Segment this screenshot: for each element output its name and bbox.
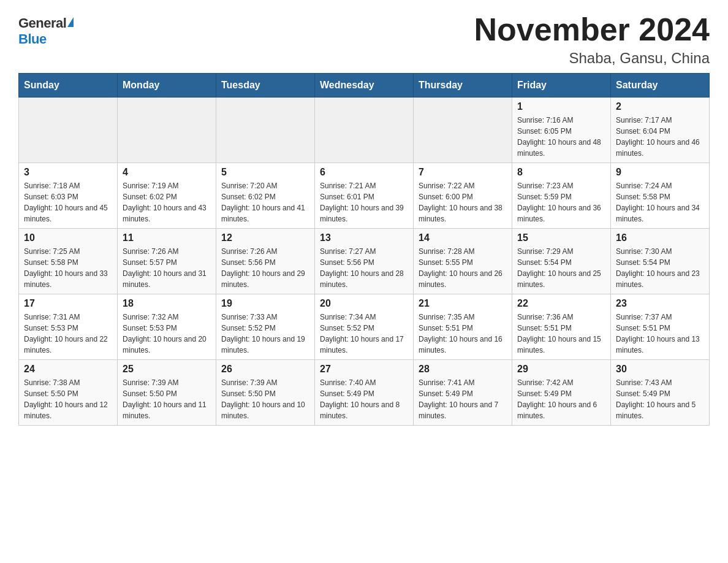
day-number: 6 <box>320 167 408 178</box>
calendar-cell <box>315 98 414 163</box>
calendar-week-4: 17Sunrise: 7:31 AMSunset: 5:53 PMDayligh… <box>19 294 710 360</box>
calendar-cell: 3Sunrise: 7:18 AMSunset: 6:03 PMDaylight… <box>19 163 118 229</box>
day-info: Sunrise: 7:25 AMSunset: 5:58 PMDaylight:… <box>24 246 112 290</box>
weekday-header-monday: Monday <box>118 74 216 98</box>
calendar-cell: 24Sunrise: 7:38 AMSunset: 5:50 PMDayligh… <box>19 360 118 426</box>
day-number: 1 <box>517 101 605 112</box>
day-number: 22 <box>517 298 605 309</box>
calendar-cell: 23Sunrise: 7:37 AMSunset: 5:51 PMDayligh… <box>611 294 710 360</box>
calendar-header: SundayMondayTuesdayWednesdayThursdayFrid… <box>19 74 710 98</box>
day-number: 23 <box>616 298 704 309</box>
day-number: 18 <box>123 298 211 309</box>
calendar-cell: 7Sunrise: 7:22 AMSunset: 6:00 PMDaylight… <box>414 163 512 229</box>
calendar-cell: 22Sunrise: 7:36 AMSunset: 5:51 PMDayligh… <box>512 294 611 360</box>
calendar-cell: 16Sunrise: 7:30 AMSunset: 5:54 PMDayligh… <box>611 229 710 294</box>
calendar-cell: 20Sunrise: 7:34 AMSunset: 5:52 PMDayligh… <box>315 294 414 360</box>
calendar-cell: 15Sunrise: 7:29 AMSunset: 5:54 PMDayligh… <box>512 229 611 294</box>
day-number: 26 <box>221 364 309 375</box>
day-info: Sunrise: 7:29 AMSunset: 5:54 PMDaylight:… <box>517 246 605 290</box>
calendar-cell: 27Sunrise: 7:40 AMSunset: 5:49 PMDayligh… <box>315 360 414 426</box>
day-info: Sunrise: 7:43 AMSunset: 5:49 PMDaylight:… <box>616 377 704 421</box>
calendar-cell: 19Sunrise: 7:33 AMSunset: 5:52 PMDayligh… <box>216 294 315 360</box>
calendar-cell: 17Sunrise: 7:31 AMSunset: 5:53 PMDayligh… <box>19 294 118 360</box>
calendar-cell: 2Sunrise: 7:17 AMSunset: 6:04 PMDaylight… <box>611 98 710 163</box>
day-number: 17 <box>24 298 112 309</box>
day-info: Sunrise: 7:37 AMSunset: 5:51 PMDaylight:… <box>616 312 704 356</box>
day-number: 19 <box>221 298 309 309</box>
calendar-cell <box>216 98 315 163</box>
weekday-header-friday: Friday <box>512 74 611 98</box>
calendar-cell: 13Sunrise: 7:27 AMSunset: 5:56 PMDayligh… <box>315 229 414 294</box>
day-info: Sunrise: 7:30 AMSunset: 5:54 PMDaylight:… <box>616 246 704 290</box>
day-info: Sunrise: 7:20 AMSunset: 6:02 PMDaylight:… <box>221 180 309 224</box>
calendar-cell: 12Sunrise: 7:26 AMSunset: 5:56 PMDayligh… <box>216 229 315 294</box>
calendar-cell: 14Sunrise: 7:28 AMSunset: 5:55 PMDayligh… <box>414 229 512 294</box>
calendar-cell: 25Sunrise: 7:39 AMSunset: 5:50 PMDayligh… <box>118 360 216 426</box>
day-number: 21 <box>419 298 507 309</box>
title-block: November 2024 Shaba, Gansu, China <box>474 12 710 67</box>
day-info: Sunrise: 7:34 AMSunset: 5:52 PMDaylight:… <box>320 312 408 356</box>
day-info: Sunrise: 7:27 AMSunset: 5:56 PMDaylight:… <box>320 246 408 290</box>
day-number: 20 <box>320 298 408 309</box>
calendar-cell: 26Sunrise: 7:39 AMSunset: 5:50 PMDayligh… <box>216 360 315 426</box>
day-number: 8 <box>517 167 605 178</box>
calendar-cell <box>118 98 216 163</box>
day-info: Sunrise: 7:38 AMSunset: 5:50 PMDaylight:… <box>24 377 112 421</box>
day-number: 12 <box>221 232 309 243</box>
day-info: Sunrise: 7:22 AMSunset: 6:00 PMDaylight:… <box>419 180 507 224</box>
calendar-cell <box>19 98 118 163</box>
weekday-header-row: SundayMondayTuesdayWednesdayThursdayFrid… <box>19 74 710 98</box>
calendar-week-2: 3Sunrise: 7:18 AMSunset: 6:03 PMDaylight… <box>19 163 710 229</box>
day-number: 7 <box>419 167 507 178</box>
calendar-cell: 5Sunrise: 7:20 AMSunset: 6:02 PMDaylight… <box>216 163 315 229</box>
day-info: Sunrise: 7:17 AMSunset: 6:04 PMDaylight:… <box>616 115 704 159</box>
page-header: General Blue November 2024 Shaba, Gansu,… <box>18 12 710 67</box>
day-info: Sunrise: 7:23 AMSunset: 5:59 PMDaylight:… <box>517 180 605 224</box>
calendar-cell: 10Sunrise: 7:25 AMSunset: 5:58 PMDayligh… <box>19 229 118 294</box>
calendar-body: 1Sunrise: 7:16 AMSunset: 6:05 PMDaylight… <box>19 98 710 426</box>
logo-blue-text: Blue <box>18 31 47 47</box>
weekday-header-thursday: Thursday <box>414 74 512 98</box>
day-number: 27 <box>320 364 408 375</box>
calendar-week-1: 1Sunrise: 7:16 AMSunset: 6:05 PMDaylight… <box>19 98 710 163</box>
day-info: Sunrise: 7:40 AMSunset: 5:49 PMDaylight:… <box>320 377 408 421</box>
day-info: Sunrise: 7:26 AMSunset: 5:56 PMDaylight:… <box>221 246 309 290</box>
calendar-cell: 18Sunrise: 7:32 AMSunset: 5:53 PMDayligh… <box>118 294 216 360</box>
day-number: 13 <box>320 232 408 243</box>
day-number: 3 <box>24 167 112 178</box>
day-number: 10 <box>24 232 112 243</box>
calendar-week-5: 24Sunrise: 7:38 AMSunset: 5:50 PMDayligh… <box>19 360 710 426</box>
calendar-cell: 30Sunrise: 7:43 AMSunset: 5:49 PMDayligh… <box>611 360 710 426</box>
day-number: 15 <box>517 232 605 243</box>
day-info: Sunrise: 7:16 AMSunset: 6:05 PMDaylight:… <box>517 115 605 159</box>
calendar-cell: 21Sunrise: 7:35 AMSunset: 5:51 PMDayligh… <box>414 294 512 360</box>
day-info: Sunrise: 7:31 AMSunset: 5:53 PMDaylight:… <box>24 312 112 356</box>
calendar-week-3: 10Sunrise: 7:25 AMSunset: 5:58 PMDayligh… <box>19 229 710 294</box>
day-number: 16 <box>616 232 704 243</box>
day-info: Sunrise: 7:42 AMSunset: 5:49 PMDaylight:… <box>517 377 605 421</box>
day-number: 14 <box>419 232 507 243</box>
calendar-cell: 29Sunrise: 7:42 AMSunset: 5:49 PMDayligh… <box>512 360 611 426</box>
day-number: 2 <box>616 101 704 112</box>
day-info: Sunrise: 7:41 AMSunset: 5:49 PMDaylight:… <box>419 377 507 421</box>
day-number: 9 <box>616 167 704 178</box>
day-info: Sunrise: 7:18 AMSunset: 6:03 PMDaylight:… <box>24 180 112 224</box>
calendar-cell: 6Sunrise: 7:21 AMSunset: 6:01 PMDaylight… <box>315 163 414 229</box>
logo-triangle-icon <box>67 17 74 27</box>
weekday-header-tuesday: Tuesday <box>216 74 315 98</box>
day-number: 5 <box>221 167 309 178</box>
weekday-header-wednesday: Wednesday <box>315 74 414 98</box>
calendar-cell: 8Sunrise: 7:23 AMSunset: 5:59 PMDaylight… <box>512 163 611 229</box>
day-info: Sunrise: 7:33 AMSunset: 5:52 PMDaylight:… <box>221 312 309 356</box>
day-number: 30 <box>616 364 704 375</box>
day-info: Sunrise: 7:26 AMSunset: 5:57 PMDaylight:… <box>123 246 211 290</box>
day-info: Sunrise: 7:19 AMSunset: 6:02 PMDaylight:… <box>123 180 211 224</box>
day-number: 25 <box>123 364 211 375</box>
day-info: Sunrise: 7:39 AMSunset: 5:50 PMDaylight:… <box>123 377 211 421</box>
calendar-cell: 28Sunrise: 7:41 AMSunset: 5:49 PMDayligh… <box>414 360 512 426</box>
day-info: Sunrise: 7:28 AMSunset: 5:55 PMDaylight:… <box>419 246 507 290</box>
logo-general-text: General <box>18 15 66 31</box>
day-info: Sunrise: 7:21 AMSunset: 6:01 PMDaylight:… <box>320 180 408 224</box>
calendar-cell <box>414 98 512 163</box>
weekday-header-sunday: Sunday <box>19 74 118 98</box>
